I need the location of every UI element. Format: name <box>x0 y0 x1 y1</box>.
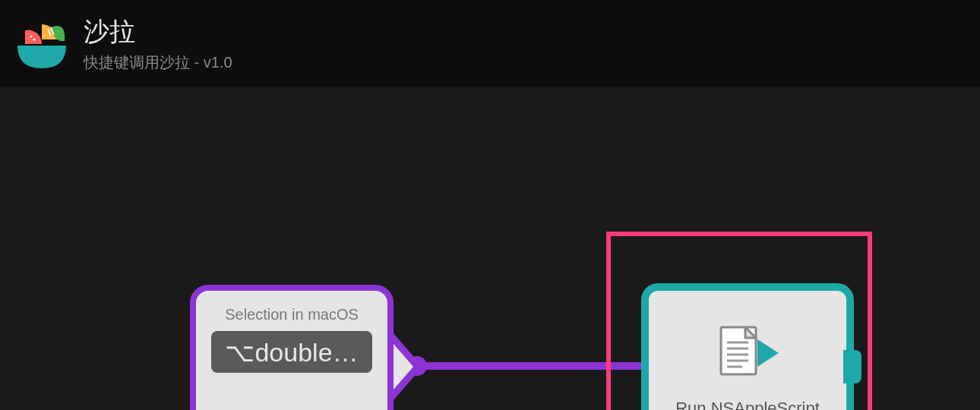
svg-point-1 <box>33 38 36 40</box>
workflow-app-icon <box>11 14 72 74</box>
workflow-header: 沙拉 快捷键调用沙拉 - v1.0 <box>0 0 980 87</box>
hotkey-context-label: Selection in macOS <box>225 306 359 323</box>
hotkey-key-text: ⌥double… <box>225 337 358 367</box>
hotkey-node[interactable]: Selection in macOS ⌥double… Hotkey <box>190 285 394 410</box>
workflow-title: 沙拉 <box>84 14 232 49</box>
hotkey-key-chip[interactable]: ⌥double… <box>211 331 371 373</box>
svg-point-0 <box>30 35 33 37</box>
hotkey-output-port[interactable] <box>394 333 422 400</box>
header-text-group: 沙拉 快捷键调用沙拉 - v1.0 <box>84 14 232 73</box>
selection-highlight <box>606 232 872 410</box>
workflow-subtitle: 快捷键调用沙拉 - v1.0 <box>84 52 232 73</box>
workflow-canvas[interactable]: Selection in macOS ⌥double… Hotkey <box>0 87 980 410</box>
